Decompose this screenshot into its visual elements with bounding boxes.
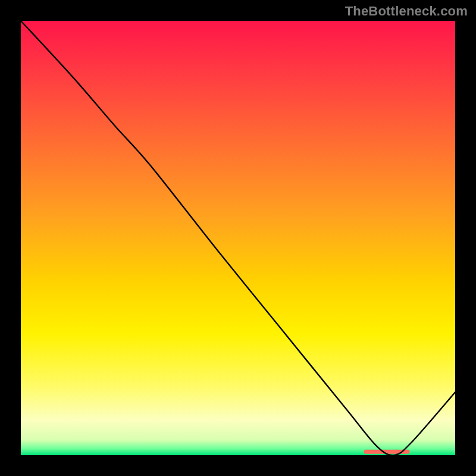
watermark-label: TheBottleneck.com [345, 4, 468, 19]
plot-background [21, 21, 455, 455]
chart-svg [0, 0, 476, 476]
chart-container: TheBottleneck.com [0, 0, 476, 476]
